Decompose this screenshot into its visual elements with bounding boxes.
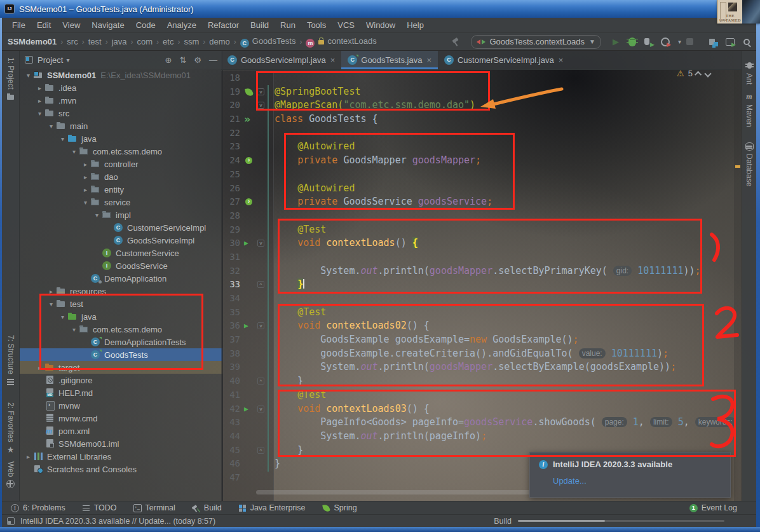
tool-stripe-web[interactable]: Web xyxy=(6,461,15,488)
profiler-button[interactable] xyxy=(658,35,672,49)
fold-marker-icon[interactable]: v xyxy=(257,240,264,247)
run-gutter-icon[interactable]: ▶ xyxy=(244,321,254,331)
code-line[interactable]: 37 GoodsExample goodsExample=new GoodsEx… xyxy=(221,333,736,347)
tree-item[interactable]: ▾src xyxy=(20,107,222,119)
toolwindow-button-javaee[interactable]: Java Enterprise xyxy=(238,503,306,512)
menu-item-navigate[interactable]: Navigate xyxy=(86,18,130,32)
tree-item[interactable]: ▾com.etc.ssm.demo xyxy=(20,323,222,336)
debug-button[interactable] xyxy=(625,35,639,49)
tree-item[interactable]: ▾test xyxy=(20,297,222,310)
code-line[interactable]: 40^ } xyxy=(221,374,736,388)
code-line[interactable]: 24 private GoodsMapper goodsMapper; xyxy=(221,154,736,168)
toolwindow-toggle-icon[interactable] xyxy=(7,517,15,525)
tree-item[interactable]: ▸External Libraries xyxy=(20,450,222,463)
tree-chevron-icon[interactable]: ▾ xyxy=(46,123,56,130)
tree-item[interactable]: HELP.md xyxy=(20,386,222,399)
tool-stripe-maven[interactable]: mMaven xyxy=(745,93,754,127)
editor-tab[interactable]: CCustomerServiceImpl.java× xyxy=(438,51,569,69)
menu-item-help[interactable]: Help xyxy=(401,18,430,32)
breadcrumb-item[interactable]: CGoodsTests xyxy=(240,36,296,48)
code-line[interactable]: 32 System.out.println(goodsMapper.select… xyxy=(221,264,736,278)
tool-stripe-ant[interactable]: Ant xyxy=(745,62,754,85)
breadcrumb-item[interactable]: com xyxy=(137,37,153,46)
tree-item[interactable]: GoodsServiceImpl xyxy=(20,234,222,247)
vertical-scrollbar[interactable] xyxy=(734,70,742,501)
tree-item[interactable]: ▾SSMdemo01E:\Ex_idea\SSMdemo01 xyxy=(20,69,222,81)
tree-item[interactable]: ▸controller xyxy=(20,158,222,170)
inspections-widget[interactable]: ⚠ 5 xyxy=(677,69,710,78)
tree-chevron-icon[interactable]: ▾ xyxy=(58,135,67,142)
editor-tab[interactable]: CGoodsServiceImpl.java× xyxy=(221,51,341,69)
toolwindow-button-build[interactable]: Build xyxy=(192,503,222,512)
code-line[interactable]: 42▶v void contextLoads03() { xyxy=(221,402,736,416)
code-line[interactable]: 35 @Test xyxy=(221,306,736,320)
tree-chevron-icon[interactable]: ▸ xyxy=(35,85,44,92)
search-everywhere-icon[interactable] xyxy=(740,35,754,49)
bean-gutter-icon[interactable] xyxy=(244,156,254,166)
tree-chevron-icon[interactable]: ▾ xyxy=(35,110,44,117)
build-project-icon[interactable] xyxy=(449,35,463,49)
tool-stripe-structure[interactable]: 7: Structure xyxy=(6,335,15,386)
menu-item-edit[interactable]: Edit xyxy=(31,18,57,32)
status-message[interactable]: IntelliJ IDEA 2020.3.3 available // Upda… xyxy=(20,517,215,526)
tree-item[interactable]: ▾impl xyxy=(20,208,222,221)
chevron-down-icon[interactable]: ▾ xyxy=(66,57,69,64)
tree-item[interactable]: ▸.mvn xyxy=(20,94,222,107)
menu-item-window[interactable]: Window xyxy=(360,18,401,32)
collapse-all-icon[interactable]: ⇅ xyxy=(179,55,186,65)
editor-tab[interactable]: CGoodsTests.java× xyxy=(341,51,438,69)
warning-stripe-mark[interactable] xyxy=(735,165,740,168)
tree-item[interactable]: DemoApplication xyxy=(20,272,222,285)
code-line[interactable]: 21»class GoodsTests { xyxy=(221,113,736,126)
breadcrumb-item[interactable]: src xyxy=(67,37,78,46)
fold-marker-icon[interactable]: v xyxy=(257,406,264,413)
tree-item[interactable]: ▾main xyxy=(20,119,222,132)
project-structure-icon[interactable] xyxy=(707,35,721,49)
tree-item[interactable]: ▸.idea xyxy=(20,81,222,94)
menu-item-build[interactable]: Build xyxy=(245,18,275,32)
tree-chevron-icon[interactable]: ▾ xyxy=(92,212,102,219)
previous-warning-icon[interactable] xyxy=(695,71,702,78)
tree-item[interactable]: ▾com.etc.ssm.demo xyxy=(20,145,222,158)
menu-item-run[interactable]: Run xyxy=(275,18,301,32)
tool-stripe-favorites[interactable]: 2: Favorites★ xyxy=(6,402,15,454)
update-link[interactable]: Update... xyxy=(553,476,723,486)
code-line[interactable]: 44 System.out.println(pageInfo); xyxy=(221,430,736,444)
code-line[interactable]: 36▶v void contextLoads02() { xyxy=(221,319,736,333)
tree-item[interactable]: GoodsTests xyxy=(20,348,222,361)
menu-item-vcs[interactable]: VCS xyxy=(332,18,360,32)
tree-chevron-icon[interactable]: ▾ xyxy=(24,72,33,79)
runall-gutter-icon[interactable]: » xyxy=(244,114,254,125)
tree-chevron-icon[interactable]: ▾ xyxy=(58,313,67,320)
toolwindow-button-spring[interactable]: Spring xyxy=(322,503,357,512)
tree-item[interactable]: mvnw xyxy=(20,399,222,412)
close-icon[interactable]: × xyxy=(330,55,336,65)
code-line[interactable]: 20v@MapperScan("com.etc.ssm.demo.dao") xyxy=(221,99,736,113)
run-gutter-icon[interactable]: ▶ xyxy=(244,238,254,249)
fold-marker-icon[interactable]: v xyxy=(257,322,264,329)
fold-marker-icon[interactable]: ^ xyxy=(257,378,264,385)
code-line[interactable]: 31 xyxy=(221,250,736,264)
tree-item[interactable]: ▾service xyxy=(20,196,222,208)
code-line[interactable]: 33^ } xyxy=(221,278,736,292)
tree-chevron-icon[interactable]: ▸ xyxy=(81,186,90,193)
breadcrumb-item[interactable]: demo xyxy=(209,37,230,46)
title-bar[interactable]: IJ SSMdemo01 – GoodsTests.java (Administ… xyxy=(0,0,760,18)
code-line[interactable]: 29 @Test xyxy=(221,223,736,237)
settings-gear-icon[interactable]: ⚙ xyxy=(194,55,201,65)
tree-item[interactable]: GoodsService xyxy=(20,259,222,272)
code-line[interactable]: 26 @Autowired xyxy=(221,182,736,196)
code-line[interactable]: 30▶v void contextLoads() { xyxy=(221,236,736,250)
menu-item-tools[interactable]: Tools xyxy=(301,18,332,32)
tree-item[interactable]: ▸target xyxy=(20,361,222,374)
tree-chevron-icon[interactable]: ▸ xyxy=(24,453,33,460)
tree-chevron-icon[interactable]: ▸ xyxy=(81,174,90,181)
menu-item-code[interactable]: Code xyxy=(130,18,161,32)
code-line[interactable]: 41 @Test xyxy=(221,388,736,402)
fold-marker-icon[interactable]: ^ xyxy=(257,447,264,454)
fold-marker-icon[interactable]: ^ xyxy=(257,281,264,288)
tree-chevron-icon[interactable]: ▾ xyxy=(81,199,90,206)
tool-stripe-project[interactable]: 1: Project xyxy=(6,57,15,101)
tree-item[interactable]: ▾java xyxy=(20,132,222,145)
fold-marker-icon[interactable]: v xyxy=(257,102,264,109)
